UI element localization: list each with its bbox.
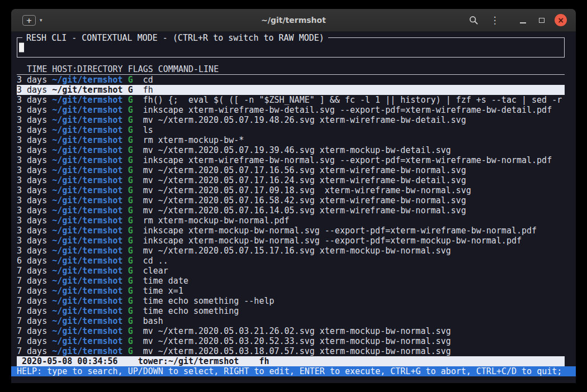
row-time: 3 days [17,236,47,246]
restore-button[interactable] [534,13,549,27]
history-row[interactable]: 6 days~/git/termshotGcd .. [17,256,565,266]
history-row[interactable]: 3 days~/git/termshotGinkscape xterm-wire… [17,105,565,115]
row-flags: G [128,216,133,226]
row-command: inkscape xterm-wireframe-bw-detail.svg -… [143,105,552,115]
row-directory: ~/git/termshot [52,216,122,226]
history-row[interactable]: 3 days~/git/termshotGinkscape xterm-wire… [17,155,565,165]
history-row[interactable]: 7 days~/git/termshotGmv ~/xterm.2020.05.… [17,346,565,356]
history-row[interactable]: 7 days~/git/termshotGtime echo something [17,306,565,316]
titlebar[interactable]: + ▾ ~/git/termshot ⋮ × [11,9,576,32]
row-command: rm xterm-mockup-bw-* [143,135,244,145]
row-flags: G [128,115,133,125]
history-row[interactable]: 3 days~/git/termshotGmv ~/xterm.2020.05.… [17,145,565,155]
row-directory: ~/git/termshot [52,135,122,145]
search-box-title: RESH CLI - CONTEXTUAL MODE - (CTRL+R to … [22,33,328,43]
row-command: rm xterm-mockup-bw-normal.pdf [143,216,290,226]
row-command: mv ~/xterm.2020.05.07.17.09.18.svg xterm… [143,185,471,195]
row-time: 3 days [17,95,47,105]
row-flags: G [128,316,133,326]
row-directory: ~/git/termshot [52,205,122,216]
history-row[interactable]: 3 days~/git/termshotGrm xterm-mockup-bw-… [17,216,565,226]
row-directory: ~/git/termshot [52,105,122,115]
new-tab-button[interactable]: + [22,15,36,26]
history-row[interactable]: 7 days~/git/termshotGmv ~/xterm.2020.05.… [17,336,565,346]
menu-kebab-icon[interactable]: ⋮ [487,13,502,27]
history-row[interactable]: 3 days~/git/termshotGmv ~/xterm.2020.05.… [17,165,565,175]
text-cursor [19,43,24,52]
history-row[interactable]: 7 days~/git/termshotGtime echo something… [17,296,565,306]
row-command: ls [143,125,153,135]
row-time: 3 days [17,175,47,185]
minimize-button[interactable] [515,13,530,27]
row-time: 3 days [17,145,47,155]
history-row[interactable]: 3 days~/git/termshotGmv ~/xterm.2020.05.… [17,185,565,195]
row-flags: G [128,195,133,205]
header-flags: FLAGS [128,64,153,74]
row-command: mv ~/xterm.2020.05.03.21.26.02.svg xterm… [143,326,451,336]
row-time: 3 days [17,85,47,95]
history-row[interactable]: 3 days~/git/termshotGls [17,125,565,135]
row-directory: ~/git/termshot [52,346,122,356]
terminal-content[interactable]: RESH CLI - CONTEXTUAL MODE - (CTRL+R to … [11,32,576,383]
history-row[interactable]: 3 days~/git/termshotGmv ~/xterm.2020.05.… [17,175,565,185]
row-time: 7 days [17,336,47,346]
history-row[interactable]: 3 days~/git/termshotGinkscape xterm-mock… [17,236,565,246]
row-command: mv ~/xterm.2020.05.07.15.17.16.svg xterm… [143,246,451,256]
history-row[interactable]: 3 days~/git/termshotGrm xterm-mockup-bw-… [17,135,565,145]
row-flags: G [128,85,133,95]
search-icon[interactable] [466,13,481,27]
history-row[interactable]: 7 days~/git/termshotGtime date [17,276,565,286]
row-directory: ~/git/termshot [52,75,122,85]
row-flags: G [128,165,133,175]
history-row[interactable]: 3 days~/git/termshotGcd [17,75,565,85]
row-flags: G [128,145,133,155]
history-row[interactable]: 7 days~/git/termshotGbash [17,316,565,326]
history-row[interactable]: 7 days~/git/termshotGmv ~/xterm.2020.05.… [17,326,565,336]
history-row[interactable]: 3 days~/git/termshotGmv ~/xterm.2020.05.… [17,115,565,125]
status-command: fh [259,356,269,366]
row-flags: G [128,105,133,115]
row-flags: G [128,205,133,216]
history-row[interactable]: 3 days~/git/termshotGmv ~/xterm.2020.05.… [17,205,565,216]
row-command: cd .. [143,256,168,266]
history-row[interactable]: 7 days~/git/termshotGclear [17,266,565,276]
row-directory: ~/git/termshot [52,286,122,296]
close-button[interactable]: × [555,14,567,26]
row-time: 7 days [17,276,47,286]
row-command: bash [143,316,163,326]
history-row[interactable]: 3 days~/git/termshotGmv ~/xterm.2020.05.… [17,195,565,205]
history-row[interactable]: 7 days~/git/termshotGtime x=1 [17,286,565,296]
row-command: mv ~/xterm.2020.05.03.18.07.57.svg xterm… [143,346,451,356]
row-command: mv ~/xterm.2020.05.03.20.52.33.svg xterm… [143,336,451,346]
chevron-down-icon[interactable]: ▾ [40,17,42,23]
terminal-window: + ▾ ~/git/termshot ⋮ × RESH CLI - CONTEX… [11,9,576,383]
row-directory: ~/git/termshot [52,185,122,195]
row-command: inkscape xterm-mockup-bw-normal.svg --ex… [143,226,537,236]
row-time: 3 days [17,216,47,226]
history-row[interactable]: 3 days~/git/termshotGmv ~/xterm.2020.05.… [17,246,565,256]
row-flags: G [128,296,133,306]
row-flags: G [128,155,133,165]
row-command: mv ~/xterm.2020.05.07.19.48.26.svg xterm… [143,115,466,125]
row-time: 7 days [17,286,47,296]
row-time: 7 days [17,266,47,276]
header-host-directory: HOST:DIRECTORY [52,64,122,74]
row-time: 3 days [17,135,47,145]
history-row[interactable]: 3 days~/git/termshotGfh() {; eval $( ([ … [17,95,565,105]
row-command: mv ~/xterm.2020.05.07.17.16.24.svg xterm… [143,175,466,185]
row-directory: ~/git/termshot [52,306,122,316]
history-row[interactable]: 3 days~/git/termshotGfh [17,85,565,95]
row-directory: ~/git/termshot [52,236,122,246]
row-flags: G [128,175,133,185]
row-command: mv ~/xterm.2020.05.07.16.58.42.svg xterm… [143,195,466,205]
row-command: time date [143,276,188,286]
row-time: 3 days [17,185,47,195]
history-row[interactable]: 3 days~/git/termshotGinkscape xterm-mock… [17,226,565,236]
row-time: 3 days [17,195,47,205]
row-time: 7 days [17,346,47,356]
row-time: 7 days [17,296,47,306]
row-command: time x=1 [143,286,183,296]
row-flags: G [128,236,133,246]
resh-search-box: RESH CLI - CONTEXTUAL MODE - (CTRL+R to … [17,37,565,58]
row-directory: ~/git/termshot [52,115,122,125]
